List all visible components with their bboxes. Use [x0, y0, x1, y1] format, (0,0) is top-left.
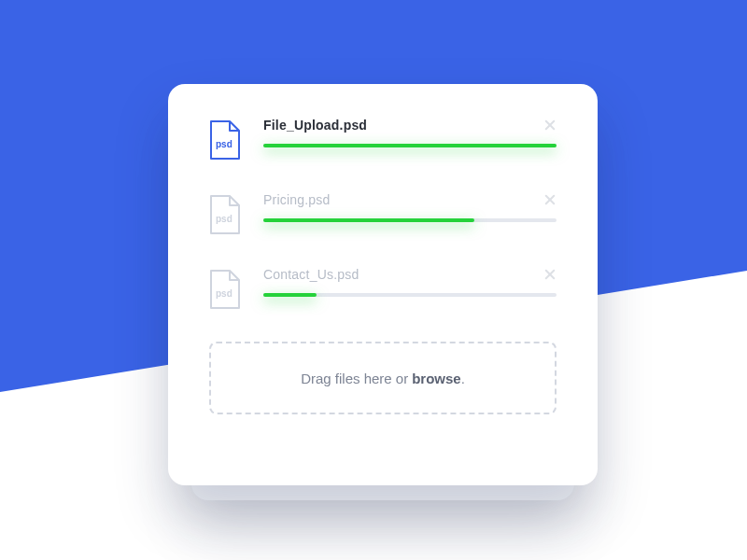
file-name: Contact_Us.psd [263, 267, 359, 282]
file-row: psd Pricing.psd [209, 192, 557, 235]
svg-text:psd: psd [216, 288, 233, 299]
progress-track [263, 218, 557, 222]
file-name: File_Upload.psd [263, 118, 367, 133]
progress-track [263, 293, 557, 297]
svg-text:psd: psd [216, 139, 233, 149]
remove-file-button[interactable] [543, 268, 557, 281]
upload-card: psd File_Upload.psd psd [168, 84, 598, 485]
dropzone-suffix: . [461, 371, 465, 386]
progress-track [263, 144, 557, 147]
dropzone-text: Drag files here or [301, 371, 408, 386]
progress-bar [263, 144, 557, 147]
svg-text:psd: psd [216, 214, 233, 224]
remove-file-button[interactable] [543, 119, 557, 132]
progress-bar [263, 293, 317, 297]
progress-bar [263, 218, 474, 222]
file-psd-icon: psd [209, 194, 241, 235]
file-row: psd Contact_Us.psd [209, 267, 557, 310]
file-psd-icon: psd [209, 119, 241, 161]
dropzone[interactable]: Drag files here or browse. [209, 342, 557, 414]
dropzone-browse-link[interactable]: browse [412, 371, 461, 386]
file-psd-icon: psd [209, 269, 241, 310]
file-name: Pricing.psd [263, 192, 330, 207]
remove-file-button[interactable] [543, 193, 557, 206]
file-row: psd File_Upload.psd [209, 118, 557, 161]
